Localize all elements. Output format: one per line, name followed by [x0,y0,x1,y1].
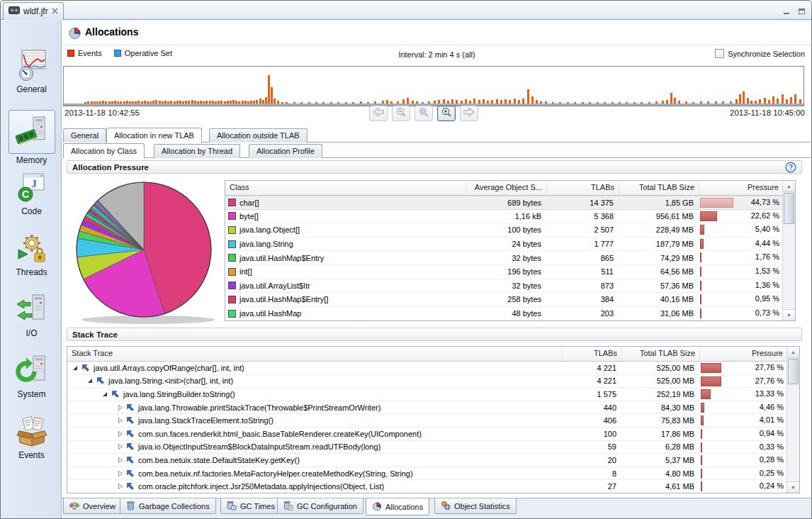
table-row[interactable]: java.util.ArrayList$Itr32 bytes87357,36 … [225,279,782,294]
table-row[interactable]: char[]689 bytes14 3751,85 GB44,73 % [225,196,782,210]
column-header-average-object-s-[interactable]: Average Object S... [466,181,547,195]
bottom-tab-gc-times[interactable]: GC Times [220,498,281,514]
tab-general[interactable]: General [63,128,106,143]
pressure-value: 0,24 % [760,481,784,490]
tree-collapsed-icon[interactable] [118,430,123,437]
forward-icon [463,107,475,120]
bottom-tab-object-statistics[interactable]: Object Statistics [434,498,517,514]
synchronize-selection-checkbox[interactable] [715,49,724,58]
bottom-tab-overview[interactable]: Overview [63,498,122,514]
stack-frame-cell: java.lang.StringBuilder.toString() [67,390,562,398]
stack-trace-row[interactable]: java.lang.StackTraceElement.toString()40… [67,414,786,428]
stack-trace-row[interactable]: java.lang.StringBuilder.toString()1 5752… [67,388,786,401]
timeline-zoom-selection-button[interactable] [415,106,433,121]
scrollbar-thumb[interactable] [788,359,799,384]
maximize-icon[interactable] [798,5,806,18]
table-row[interactable]: java.lang.String24 bytes1 777187,79 MB4,… [225,238,782,252]
total-tlab-size-cell: 75,83 MB [622,416,700,425]
sidebar-item-memory[interactable]: Memory [1,110,62,171]
scroll-up-icon[interactable]: ▲ [783,181,795,192]
class-table-scrollbar[interactable]: ▲ ▼ [782,181,795,320]
table-row[interactable]: java.util.HashMap$Entry[]258 bytes38440,… [225,293,782,307]
timeline-bar [743,91,745,104]
column-header-stack-trace[interactable]: Stack Trace [67,347,562,361]
pressure-bar [701,415,704,425]
sidebar-item-system[interactable]: System [1,354,62,415]
tree-expanded-icon[interactable] [103,392,107,396]
table-row[interactable]: java.util.HashMap$Entry32 bytes86574,29 … [225,251,782,265]
close-icon[interactable] [52,6,58,16]
table-row[interactable]: byte[]1,16 kB5 368956,61 MB22,62 % [225,210,782,224]
stack-frame-icon [126,430,135,438]
stack-trace-row[interactable]: com.bea.netuix.nf.factories.MetaFactoryH… [67,467,786,481]
sidebar-item-general[interactable]: General [1,49,62,110]
sidebar-item-label: Events [18,450,45,460]
pressure-value: 1,53 % [755,267,779,275]
tree-collapsed-icon[interactable] [118,457,123,464]
stack-trace-row[interactable]: com.oracle.pitchfork.inject.Jsr250Metada… [67,480,786,493]
sidebar-item-label: I/O [26,328,37,338]
sidebar-item-code[interactable]: JCCode [1,171,62,232]
tab-allocation-profile[interactable]: Allocation Profile [249,144,322,158]
table-row[interactable]: java.lang.Object[]100 bytes2 507228,49 M… [225,223,782,238]
tree-expanded-icon[interactable] [88,379,92,383]
scrollbar-thumb[interactable] [784,193,794,224]
column-header-pressure[interactable]: Pressure [699,181,784,195]
tab-allocation-outside-tlab[interactable]: Allocation outside TLAB [209,128,308,143]
sidebar-item-events[interactable]: Events [1,415,62,476]
stack-table-scrollbar[interactable]: ▲ ▼ [786,347,799,493]
timeline-forward-button[interactable] [460,106,478,121]
tab-row-secondary: Allocation by ClassAllocation by ThreadA… [63,143,811,158]
tlabs-cell: 440 [562,403,622,412]
stack-trace-row[interactable]: java.lang.Throwable.printStackTrace(Thro… [67,401,786,415]
stack-frame-text: com.bea.netuix.nf.factories.MetaFactoryH… [138,469,413,478]
stack-trace-row[interactable]: java.io.ObjectInputStream$BlockDataInput… [67,441,786,454]
tree-collapsed-icon[interactable] [118,404,123,411]
scroll-down-icon[interactable]: ▼ [783,309,795,320]
total-tlab-size-cell: 228,49 MB [619,225,699,234]
column-header-class[interactable]: Class [225,181,466,195]
stack-trace-row[interactable]: java.util.Arrays.copyOfRange(char[], int… [67,362,786,375]
tree-collapsed-icon[interactable] [118,417,123,424]
tree-expanded-icon[interactable] [73,366,77,370]
tree-collapsed-icon[interactable] [118,470,123,477]
scroll-down-icon[interactable]: ▼ [787,481,799,493]
sidebar-item-io[interactable]: I/O [1,293,62,354]
column-header-pressure[interactable]: Pressure [700,347,788,361]
tab-allocation-in-new-tlab[interactable]: Allocation in new TLAB [106,128,202,143]
pressure-value: 0,94 % [760,429,784,437]
tab-allocation-by-class[interactable]: Allocation by Class [63,143,145,159]
column-header-tlabs[interactable]: TLABs [547,181,619,195]
help-icon[interactable]: ? [785,162,796,173]
editor-tab-wldf-jfr[interactable]: wldf.jfr [3,2,64,20]
bottom-tab-allocations[interactable]: Allocations [366,498,429,515]
stack-trace-row[interactable]: com.bea.netuix.state.DefaultStateKey.get… [67,454,786,467]
bottom-tab-garbage-collections[interactable]: Garbage Collections [120,498,216,514]
class-cell: java.util.HashMap$Entry[] [225,295,466,303]
zoom-selection-icon [418,107,429,121]
minimize-icon[interactable] [783,5,791,18]
tab-allocation-by-thread[interactable]: Allocation by Thread [154,144,240,158]
timeline-back-button[interactable] [369,106,388,121]
timeline-zoom-in-button[interactable] [437,106,456,121]
allocation-pie-chart[interactable] [70,179,222,325]
stack-trace-row[interactable]: java.lang.String.<init>(char[], int, int… [67,375,786,389]
table-row[interactable]: java.util.HashMap48 bytes20331,06 MB0,73… [225,307,782,320]
column-header-total-tlab-size[interactable]: Total TLAB Size [619,181,699,195]
scroll-up-icon[interactable]: ▲ [787,347,799,358]
stack-frame-cell: java.lang.StackTraceElement.toString() [67,416,562,425]
bottom-tab-bar: OverviewGarbage CollectionsGC TimesGC Co… [62,498,812,519]
tree-collapsed-icon[interactable] [118,443,123,450]
sidebar-item-threads[interactable]: Threads [1,232,62,293]
stack-trace-row[interactable]: com.sun.faces.renderkit.html_basic.BaseT… [67,428,786,441]
timeline-zoom-out-button[interactable] [392,106,410,121]
table-row[interactable]: int[]196 bytes51164,56 MB1,53 % [225,265,782,279]
column-header-total-tlab-size[interactable]: Total TLAB Size [622,347,700,361]
column-header-tlabs[interactable]: TLABs [562,347,622,361]
pressure-bar [700,198,733,208]
pressure-value: 0,33 % [760,442,784,451]
total-tlab-size-cell: 1,85 GB [619,199,699,207]
bottom-tab-gc-configuration[interactable]: GC Configuration [277,498,363,514]
tree-collapsed-icon[interactable] [118,483,123,490]
timeline-chart[interactable] [63,66,804,106]
